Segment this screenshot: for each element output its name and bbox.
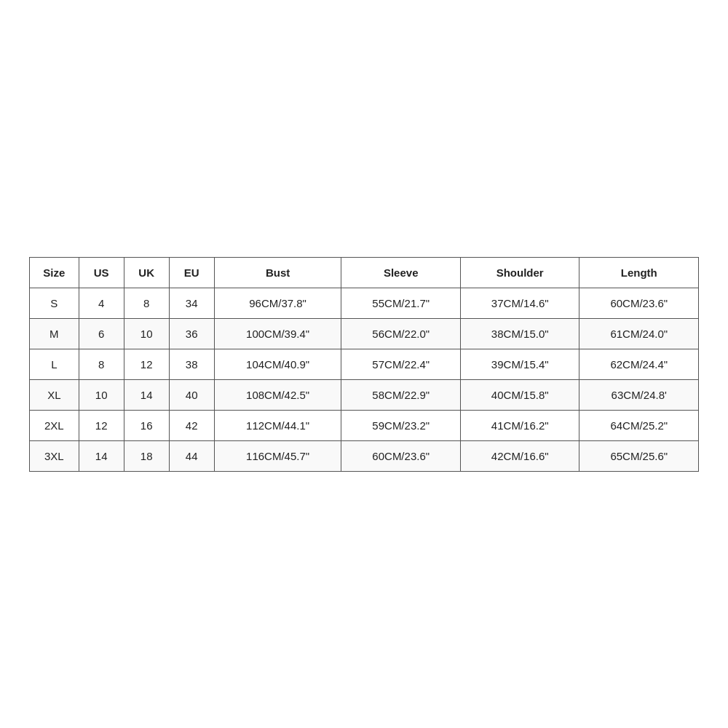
cell-sleeve: 56CM/22.0": [341, 318, 461, 349]
header-length: Length: [579, 257, 699, 288]
cell-size: L: [30, 349, 79, 379]
size-chart-table: Size US UK EU Bust Sleeve Shoulder Lengt…: [29, 257, 699, 472]
table-header-row: Size US UK EU Bust Sleeve Shoulder Lengt…: [30, 257, 699, 288]
cell-size: XL: [30, 379, 79, 410]
page-wrapper: Size US UK EU Bust Sleeve Shoulder Lengt…: [0, 0, 728, 728]
header-eu: EU: [169, 257, 214, 288]
cell-uk: 14: [124, 379, 169, 410]
cell-uk: 18: [124, 440, 169, 471]
cell-bust: 100CM/39.4": [214, 318, 341, 349]
header-shoulder: Shoulder: [460, 257, 579, 288]
table-row: 2XL121642112CM/44.1"59CM/23.2"41CM/16.2"…: [30, 410, 699, 440]
cell-bust: 96CM/37.8": [214, 288, 341, 318]
table-row: L81238104CM/40.9"57CM/22.4"39CM/15.4"62C…: [30, 349, 699, 379]
cell-length: 65CM/25.6": [579, 440, 699, 471]
table-row: M61036100CM/39.4"56CM/22.0"38CM/15.0"61C…: [30, 318, 699, 349]
table-row: 3XL141844116CM/45.7"60CM/23.6"42CM/16.6"…: [30, 440, 699, 471]
cell-size: M: [30, 318, 79, 349]
cell-length: 63CM/24.8': [579, 379, 699, 410]
cell-length: 61CM/24.0": [579, 318, 699, 349]
cell-sleeve: 60CM/23.6": [341, 440, 461, 471]
cell-bust: 112CM/44.1": [214, 410, 341, 440]
cell-sleeve: 59CM/23.2": [341, 410, 461, 440]
cell-uk: 8: [124, 288, 169, 318]
cell-uk: 12: [124, 349, 169, 379]
cell-shoulder: 41CM/16.2": [460, 410, 579, 440]
header-us: US: [79, 257, 124, 288]
cell-sleeve: 55CM/21.7": [341, 288, 461, 318]
cell-length: 62CM/24.4": [579, 349, 699, 379]
cell-eu: 42: [169, 410, 214, 440]
table-row: XL101440108CM/42.5"58CM/22.9"40CM/15.8"6…: [30, 379, 699, 410]
cell-uk: 10: [124, 318, 169, 349]
header-size: Size: [30, 257, 79, 288]
cell-bust: 116CM/45.7": [214, 440, 341, 471]
cell-eu: 38: [169, 349, 214, 379]
cell-shoulder: 40CM/15.8": [460, 379, 579, 410]
header-bust: Bust: [214, 257, 341, 288]
cell-sleeve: 57CM/22.4": [341, 349, 461, 379]
cell-shoulder: 38CM/15.0": [460, 318, 579, 349]
cell-sleeve: 58CM/22.9": [341, 379, 461, 410]
cell-size: 3XL: [30, 440, 79, 471]
cell-shoulder: 42CM/16.6": [460, 440, 579, 471]
header-uk: UK: [124, 257, 169, 288]
header-sleeve: Sleeve: [341, 257, 461, 288]
cell-us: 14: [79, 440, 124, 471]
cell-eu: 40: [169, 379, 214, 410]
cell-size: S: [30, 288, 79, 318]
cell-us: 12: [79, 410, 124, 440]
cell-bust: 108CM/42.5": [214, 379, 341, 410]
cell-size: 2XL: [30, 410, 79, 440]
cell-shoulder: 37CM/14.6": [460, 288, 579, 318]
cell-us: 8: [79, 349, 124, 379]
cell-us: 10: [79, 379, 124, 410]
cell-eu: 44: [169, 440, 214, 471]
table-row: S483496CM/37.8"55CM/21.7"37CM/14.6"60CM/…: [30, 288, 699, 318]
cell-uk: 16: [124, 410, 169, 440]
cell-eu: 34: [169, 288, 214, 318]
size-chart-container: Size US UK EU Bust Sleeve Shoulder Lengt…: [29, 257, 699, 472]
cell-us: 6: [79, 318, 124, 349]
cell-bust: 104CM/40.9": [214, 349, 341, 379]
cell-us: 4: [79, 288, 124, 318]
cell-shoulder: 39CM/15.4": [460, 349, 579, 379]
cell-length: 64CM/25.2": [579, 410, 699, 440]
cell-eu: 36: [169, 318, 214, 349]
cell-length: 60CM/23.6": [579, 288, 699, 318]
